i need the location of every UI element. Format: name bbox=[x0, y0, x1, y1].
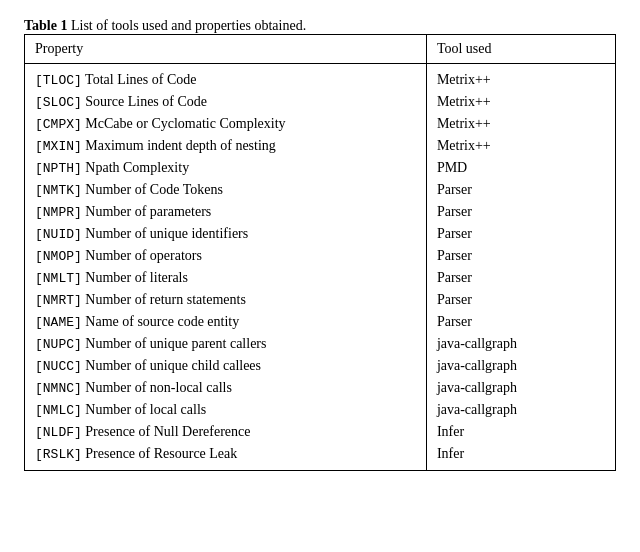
table-row: [MXIN] Maximum indent depth of nestingMe… bbox=[25, 135, 616, 157]
table-row: [NLDF] Presence of Null DereferenceInfer bbox=[25, 421, 616, 443]
property-cell: [RSLK] Presence of Resource Leak bbox=[25, 443, 427, 471]
property-cell: [NLDF] Presence of Null Dereference bbox=[25, 421, 427, 443]
property-cell: [NUPC] Number of unique parent callers bbox=[25, 333, 427, 355]
property-tag: [MXIN] bbox=[35, 139, 82, 154]
table-row: [RSLK] Presence of Resource LeakInfer bbox=[25, 443, 616, 471]
property-cell: [TLOC] Total Lines of Code bbox=[25, 64, 427, 92]
property-tag: [NMPR] bbox=[35, 205, 82, 220]
property-tag: [SLOC] bbox=[35, 95, 82, 110]
property-cell: [NUCC] Number of unique child callees bbox=[25, 355, 427, 377]
table-row: [CMPX] McCabe or Cyclomatic ComplexityMe… bbox=[25, 113, 616, 135]
header-tool: Tool used bbox=[426, 35, 615, 64]
table-row: [NMLC] Number of local callsjava-callgra… bbox=[25, 399, 616, 421]
tool-cell: Parser bbox=[426, 245, 615, 267]
property-tag: [NMLC] bbox=[35, 403, 82, 418]
table-row: [NMNC] Number of non-local callsjava-cal… bbox=[25, 377, 616, 399]
properties-table: Property Tool used [TLOC] Total Lines of… bbox=[24, 34, 616, 471]
tool-cell: Parser bbox=[426, 201, 615, 223]
property-tag: [NMLT] bbox=[35, 271, 82, 286]
table-header: Property Tool used bbox=[25, 35, 616, 64]
table-row: [NUCC] Number of unique child calleesjav… bbox=[25, 355, 616, 377]
table-row: [NUID] Number of unique identifiersParse… bbox=[25, 223, 616, 245]
property-cell: [NMTK] Number of Code Tokens bbox=[25, 179, 427, 201]
property-tag: [CMPX] bbox=[35, 117, 82, 132]
property-tag: [NMOP] bbox=[35, 249, 82, 264]
property-tag: [NMNC] bbox=[35, 381, 82, 396]
table-row: [TLOC] Total Lines of CodeMetrix++ bbox=[25, 64, 616, 92]
table-row: [NPTH] Npath ComplexityPMD bbox=[25, 157, 616, 179]
table-row: [NUPC] Number of unique parent callersja… bbox=[25, 333, 616, 355]
property-tag: [RSLK] bbox=[35, 447, 82, 462]
tool-cell: java-callgraph bbox=[426, 333, 615, 355]
table-row: [NAME] Name of source code entityParser bbox=[25, 311, 616, 333]
table-row: [NMLT] Number of literalsParser bbox=[25, 267, 616, 289]
property-tag: [NMRT] bbox=[35, 293, 82, 308]
property-cell: [NUID] Number of unique identifiers bbox=[25, 223, 427, 245]
property-cell: [CMPX] McCabe or Cyclomatic Complexity bbox=[25, 113, 427, 135]
header-row: Property Tool used bbox=[25, 35, 616, 64]
table-row: [SLOC] Source Lines of CodeMetrix++ bbox=[25, 91, 616, 113]
property-tag: [NMTK] bbox=[35, 183, 82, 198]
property-tag: [NUCC] bbox=[35, 359, 82, 374]
tool-cell: Metrix++ bbox=[426, 91, 615, 113]
tool-cell: Parser bbox=[426, 223, 615, 245]
caption-description: List of tools used and properties obtain… bbox=[71, 18, 306, 33]
tool-cell: Parser bbox=[426, 311, 615, 333]
property-tag: [NUID] bbox=[35, 227, 82, 242]
tool-cell: Parser bbox=[426, 179, 615, 201]
property-tag: [NUPC] bbox=[35, 337, 82, 352]
table-row: [NMTK] Number of Code TokensParser bbox=[25, 179, 616, 201]
property-cell: [NPTH] Npath Complexity bbox=[25, 157, 427, 179]
caption: Table 1 List of tools used and propertie… bbox=[24, 18, 616, 34]
tool-cell: Parser bbox=[426, 267, 615, 289]
tool-cell: Metrix++ bbox=[426, 64, 615, 92]
header-property: Property bbox=[25, 35, 427, 64]
property-cell: [NMOP] Number of operators bbox=[25, 245, 427, 267]
property-cell: [SLOC] Source Lines of Code bbox=[25, 91, 427, 113]
tool-cell: java-callgraph bbox=[426, 355, 615, 377]
property-cell: [NAME] Name of source code entity bbox=[25, 311, 427, 333]
property-cell: [NMLC] Number of local calls bbox=[25, 399, 427, 421]
tool-cell: java-callgraph bbox=[426, 399, 615, 421]
tool-cell: PMD bbox=[426, 157, 615, 179]
table-row: [NMRT] Number of return statementsParser bbox=[25, 289, 616, 311]
property-cell: [NMLT] Number of literals bbox=[25, 267, 427, 289]
property-tag: [NPTH] bbox=[35, 161, 82, 176]
property-tag: [NLDF] bbox=[35, 425, 82, 440]
tool-cell: Parser bbox=[426, 289, 615, 311]
table-row: [NMOP] Number of operatorsParser bbox=[25, 245, 616, 267]
tool-cell: Infer bbox=[426, 443, 615, 471]
property-cell: [NMPR] Number of parameters bbox=[25, 201, 427, 223]
table-row: [NMPR] Number of parametersParser bbox=[25, 201, 616, 223]
table-body: [TLOC] Total Lines of CodeMetrix++[SLOC]… bbox=[25, 64, 616, 471]
property-cell: [NMNC] Number of non-local calls bbox=[25, 377, 427, 399]
property-cell: [MXIN] Maximum indent depth of nesting bbox=[25, 135, 427, 157]
property-cell: [NMRT] Number of return statements bbox=[25, 289, 427, 311]
caption-label: Table 1 bbox=[24, 18, 67, 33]
property-tag: [NAME] bbox=[35, 315, 82, 330]
tool-cell: Metrix++ bbox=[426, 113, 615, 135]
property-tag: [TLOC] bbox=[35, 73, 82, 88]
tool-cell: java-callgraph bbox=[426, 377, 615, 399]
tool-cell: Infer bbox=[426, 421, 615, 443]
tool-cell: Metrix++ bbox=[426, 135, 615, 157]
